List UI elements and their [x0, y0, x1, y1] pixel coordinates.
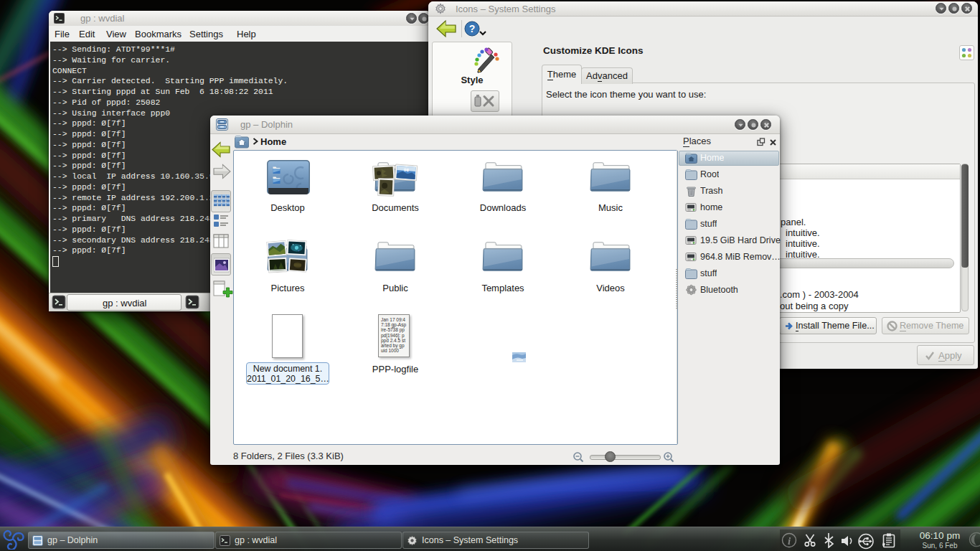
svg-text:i: i [788, 535, 791, 547]
svg-text:08: 08 [404, 168, 410, 172]
svg-text:?: ? [469, 23, 476, 34]
